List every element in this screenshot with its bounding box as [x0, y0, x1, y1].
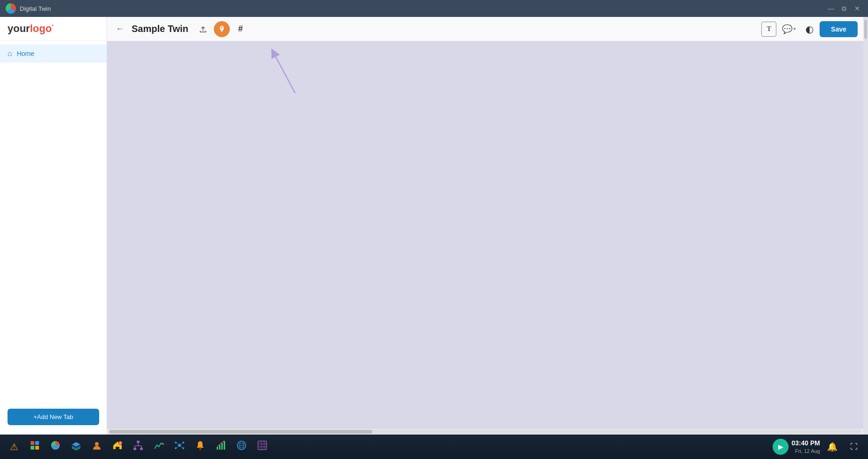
svg-point-8	[120, 443, 121, 444]
text-tool-button[interactable]: T	[761, 22, 776, 37]
taskbar-pie-icon[interactable]	[46, 437, 65, 456]
taskbar-notification-button[interactable]: 🔔	[823, 437, 842, 456]
svg-rect-35	[258, 441, 266, 450]
sidebar-item-home-label: Home	[17, 50, 34, 57]
app-logo-icon	[6, 3, 16, 14]
play-icon: ▶	[778, 443, 783, 451]
taskbar-home-pin-icon[interactable]	[108, 437, 127, 456]
horizontal-scrollbar[interactable]	[107, 429, 863, 435]
taskbar-globe-icon[interactable]	[232, 437, 251, 456]
main-panel: ← Sample Twin #	[107, 17, 863, 435]
svg-line-25	[180, 446, 182, 448]
person-icon	[92, 440, 102, 453]
svg-rect-26	[217, 447, 218, 450]
scrollbar-thumb[interactable]	[109, 430, 372, 434]
svg-point-19	[182, 442, 184, 443]
taskbar-layers-icon[interactable]	[67, 437, 86, 456]
page-title: Sample Twin	[132, 24, 188, 34]
svg-point-16	[162, 443, 164, 445]
title-bar-left: Digital Twin	[6, 3, 51, 14]
window-controls: — ⧉ ✕	[826, 3, 862, 14]
app-title: Digital Twin	[20, 5, 51, 12]
sidebar-bottom: +Add New Tab	[0, 403, 107, 435]
svg-line-22	[177, 443, 179, 444]
home-pin-icon	[112, 440, 123, 454]
clock-date: Fri, 12 Aug	[791, 448, 820, 455]
nodes-icon	[174, 440, 185, 453]
title-bar: Digital Twin — ⧉ ✕	[0, 0, 868, 17]
svg-rect-11	[140, 448, 143, 450]
arrow-annotation	[267, 47, 305, 99]
svg-rect-4	[35, 446, 39, 450]
content-row: yourlogo° ⌂ Home +Add New Tab ← Sample T	[0, 17, 868, 435]
contrast-icon: ◐	[805, 24, 813, 35]
vertical-scrollbar[interactable]	[863, 17, 868, 435]
sidebar-item-home[interactable]: ⌂ Home	[0, 45, 107, 63]
taskbar-bell-icon[interactable]	[191, 437, 210, 456]
layers-icon	[71, 440, 81, 453]
text-icon: T	[767, 25, 771, 33]
sidebar-logo: yourlogo°	[8, 24, 99, 34]
svg-rect-2	[35, 441, 39, 445]
comment-button[interactable]: 💬 ▾	[779, 22, 799, 36]
pie-icon	[50, 440, 61, 453]
upload-button[interactable]	[195, 21, 211, 37]
notification-icon: 🔔	[827, 442, 837, 452]
save-button[interactable]: Save	[820, 21, 858, 37]
svg-rect-9	[137, 441, 140, 443]
restore-button[interactable]: ⧉	[839, 3, 849, 14]
logo-logo-text: logo	[30, 23, 52, 34]
table-icon	[257, 440, 267, 453]
svg-rect-3	[31, 446, 34, 450]
toolbar-right: T 💬 ▾ ◐ Save	[761, 21, 858, 37]
taskbar-hierarchy-icon[interactable]	[129, 437, 148, 456]
app-body: yourlogo° ⌂ Home +Add New Tab ← Sample T	[0, 17, 868, 459]
clock-time: 03:40 PM	[791, 439, 820, 448]
expand-icon: ⛶	[850, 443, 858, 451]
trending-icon	[216, 440, 226, 453]
back-button[interactable]: ←	[113, 22, 127, 36]
taskbar-nodes-icon[interactable]	[170, 437, 189, 456]
close-button[interactable]: ✕	[852, 3, 862, 14]
svg-line-0	[274, 53, 295, 93]
location-pin-button[interactable]	[214, 21, 230, 37]
chart-icon	[154, 440, 164, 453]
taskbar-clock: 03:40 PM Fri, 12 Aug	[791, 439, 820, 455]
taskbar-play-button[interactable]: ▶	[773, 439, 789, 455]
svg-line-24	[177, 446, 179, 448]
pin-icon	[218, 25, 226, 33]
svg-rect-27	[219, 445, 220, 450]
svg-point-6	[95, 442, 99, 446]
taskbar-warning-icon[interactable]: ⚠	[5, 437, 23, 456]
upload-icon	[199, 25, 207, 33]
taskbar: ⚠	[0, 435, 868, 459]
contrast-button[interactable]: ◐	[802, 22, 817, 37]
hash-button[interactable]: #	[233, 21, 249, 37]
vertical-scrollbar-thumb[interactable]	[864, 20, 867, 39]
toolbar: ← Sample Twin #	[107, 17, 863, 41]
warning-icon: ⚠	[10, 441, 18, 452]
svg-point-20	[175, 447, 177, 449]
svg-rect-1	[31, 441, 34, 445]
svg-point-21	[182, 447, 184, 449]
logo-dot: °	[52, 24, 54, 29]
taskbar-table-icon[interactable]	[253, 437, 272, 456]
home-icon: ⌂	[8, 49, 12, 58]
taskbar-person-icon[interactable]	[87, 437, 106, 456]
minimize-button[interactable]: —	[826, 3, 836, 14]
grid-icon	[30, 440, 40, 453]
sidebar-nav: ⌂ Home	[0, 41, 107, 66]
taskbar-trending-icon[interactable]	[211, 437, 230, 456]
taskbar-expand-button[interactable]: ⛶	[845, 437, 863, 456]
taskbar-chart-icon[interactable]	[149, 437, 168, 456]
svg-rect-29	[224, 441, 225, 450]
sidebar-logo-area: yourlogo°	[0, 17, 107, 41]
add-new-tab-button[interactable]: +Add New Tab	[8, 409, 99, 425]
svg-rect-28	[221, 443, 223, 450]
comment-chevron-icon: ▾	[793, 26, 796, 32]
globe-icon	[236, 440, 247, 453]
taskbar-grid-icon[interactable]	[25, 437, 44, 456]
canvas-area[interactable]	[107, 41, 863, 429]
comment-icon: 💬	[782, 24, 792, 34]
svg-rect-10	[133, 448, 136, 450]
